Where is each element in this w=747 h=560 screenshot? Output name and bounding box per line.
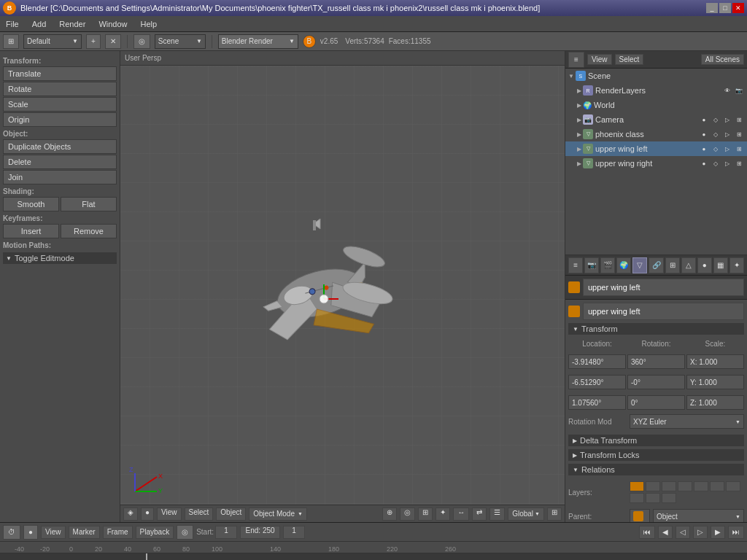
props-constraints-btn[interactable]: 🔗 [649,257,663,273]
all-scenes-btn[interactable]: All Scenes [701,54,744,65]
outliner-icon[interactable]: ≡ [568,52,584,68]
object-menu-btn[interactable]: Object [216,508,246,521]
scale-button[interactable]: Scale [3,97,117,112]
translate-button[interactable]: Translate [3,66,117,81]
minimize-button[interactable]: _ [706,3,718,13]
layer-9[interactable] [646,493,660,503]
blender-icon-btn[interactable]: B [303,35,316,48]
layout-dropdown[interactable]: Default ▼ [23,34,82,49]
outliner-world[interactable]: ▶ 🌍 World [565,98,747,112]
layer-5[interactable] [694,481,708,491]
viewport-canvas[interactable]: X Y Z (1) upper wing left ◈ ● View Selec… [120,66,565,522]
timeline-scrubber[interactable] [146,553,147,560]
wr-vis-eye[interactable]: ● [699,158,709,168]
scene-icon-btn[interactable]: ◎ [133,34,150,49]
phoenix-vis-render[interactable]: ◇ [711,129,721,139]
menu-window[interactable]: Window [96,18,130,30]
remove-keyframe-button[interactable]: Remove [61,224,117,238]
timeline-frame-btn[interactable]: Frame [103,526,133,539]
parent-type-dropdown[interactable]: Object [653,509,744,522]
menu-render[interactable]: Render [56,18,88,30]
cam-vis-render[interactable]: ◇ [711,114,721,125]
vis-eye-icon[interactable]: 👁 [722,85,732,96]
layer-7[interactable] [726,481,740,491]
end-frame-field[interactable]: End: 250 [240,526,280,539]
timeline-track-area[interactable] [0,553,747,560]
viewport-icon-btn[interactable]: ◈ [123,508,138,521]
next-frame-btn[interactable]: ▶ [711,526,725,539]
insert-keyframe-button[interactable]: Insert [3,224,59,238]
add-layout-btn[interactable]: + [86,34,101,49]
outliner-select-btn[interactable]: Select [615,54,644,65]
outliner-view-btn[interactable]: View [587,54,612,65]
props-modifier-btn[interactable]: ⊞ [665,257,680,273]
render-engine-dropdown[interactable]: Blender Render ▼ [218,34,298,49]
mode-btn[interactable]: Object Mode ▼ [249,508,307,521]
join-button[interactable]: Join [3,170,117,184]
start-frame-field[interactable]: 1 [215,526,237,539]
close-button[interactable]: ✕ [732,3,744,13]
props-object-btn[interactable]: ▽ [632,257,647,273]
skip-end-btn[interactable]: ⏭ [728,526,744,539]
timeline-marker-btn[interactable]: Marker [69,526,100,539]
sca-x-field[interactable]: X: 1.000 [686,354,744,369]
smooth-button[interactable]: Smooth [3,197,59,211]
wl-vis-lock[interactable]: ⊞ [734,144,744,154]
relations-section-header[interactable]: Relations [568,464,744,475]
layer-3[interactable] [662,481,676,491]
wl-vis-extra[interactable]: ▷ [722,144,732,154]
frame-input-icon[interactable]: ◎ [177,525,193,540]
transform-locks-header[interactable]: Transform Locks [568,449,744,461]
skip-start-btn[interactable]: ⏮ [639,526,655,539]
delete-button[interactable]: Delete [3,155,117,169]
delta-transform-header[interactable]: Delta Transform [568,435,744,446]
phoenix-vis-lock[interactable]: ⊞ [734,129,744,139]
menu-add[interactable]: Add [29,18,50,30]
rot-y-field[interactable]: -0° [627,375,685,389]
outliner-renderlayers[interactable]: ▶ R RenderLayers 👁 📷 [565,83,747,98]
props-world-btn[interactable]: 🌍 [616,257,631,273]
sca-y-field[interactable]: Y: 1.000 [686,375,744,389]
layer-8[interactable] [630,493,644,503]
current-frame-field[interactable]: 1 [283,526,305,539]
menu-file[interactable]: File [3,18,22,30]
outliner-phoenix-class[interactable]: ▶ ▽ phoenix class ● ◇ ▷ ⊞ [565,127,747,141]
wr-vis-lock[interactable]: ⊞ [734,158,744,168]
layer-6[interactable] [710,481,724,491]
vp-icon3[interactable]: ⊞ [418,508,433,521]
rot-z-field[interactable]: 0° [627,395,685,410]
props-icon-btn[interactable]: ≡ [568,257,583,273]
cam-vis-lock[interactable]: ⊞ [734,114,744,125]
props-scene-btn[interactable]: 🎬 [600,257,615,273]
viewport-cam-btn[interactable]: ● [141,508,154,521]
sca-z-field[interactable]: Z: 1.000 [686,395,744,410]
object-name-field[interactable]: upper wing left [583,303,744,320]
duplicate-objects-button[interactable]: Duplicate Objects [3,139,117,154]
scene-dropdown[interactable]: Scene ▼ [155,34,206,49]
vp-icon7[interactable]: ☰ [489,508,505,521]
origin-button[interactable]: Origin [3,112,117,127]
phoenix-vis-eye[interactable]: ● [699,129,709,139]
vp-icon4[interactable]: ✦ [436,508,450,521]
vp-icon2[interactable]: ◎ [400,508,415,521]
vp-icon6[interactable]: ⇄ [472,508,487,521]
wr-vis-extra[interactable]: ▷ [722,158,732,168]
toggle-editmode-section[interactable]: Toggle Editmode [3,252,117,264]
play-reverse-btn[interactable]: ◁ [676,526,690,539]
vp-icon1[interactable]: ⊕ [382,508,397,521]
loc-z-field[interactable]: 1.07560° [568,395,626,410]
prev-frame-btn[interactable]: ◀ [658,526,673,539]
menu-help[interactable]: Help [138,18,160,30]
play-btn[interactable]: ▷ [693,526,708,539]
outliner-scene[interactable]: ▼ S Scene [565,69,747,83]
wl-vis-render[interactable]: ◇ [711,144,721,154]
vp-icon5[interactable]: ↔ [453,508,469,521]
layer-4[interactable] [678,481,692,491]
loc-y-field[interactable]: -6.51290° [568,375,626,389]
vp-icon8[interactable]: ⊞ [547,508,562,521]
layer-1[interactable] [630,481,644,491]
remove-layout-btn[interactable]: ✕ [105,34,121,49]
maximize-button[interactable]: □ [719,3,731,13]
loc-x-field[interactable]: -3.91480° [568,354,626,369]
tl-cam-btn[interactable]: ● [23,525,38,540]
